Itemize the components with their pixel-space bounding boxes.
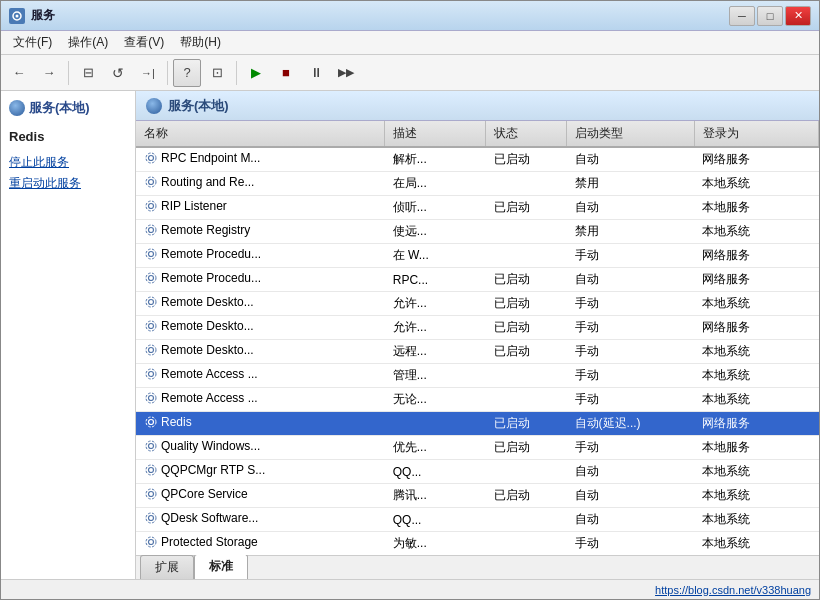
cell-logon: 本地系统 xyxy=(694,388,818,412)
maximize-button[interactable]: □ xyxy=(757,6,783,26)
table-row[interactable]: Remote Access ...无论...手动本地系统 xyxy=(136,388,819,412)
svg-point-31 xyxy=(146,489,156,499)
cell-desc: 允许... xyxy=(385,292,486,316)
tab-expand[interactable]: 扩展 xyxy=(140,555,194,579)
tab-standard[interactable]: 标准 xyxy=(194,554,248,579)
cell-startup: 手动 xyxy=(567,244,694,268)
cell-name: Remote Deskto... xyxy=(136,316,385,340)
col-desc[interactable]: 描述 xyxy=(385,121,486,147)
cell-name: Remote Procedu... xyxy=(136,244,385,268)
menu-view[interactable]: 查看(V) xyxy=(116,32,172,53)
table-row[interactable]: Remote Procedu...RPC...已启动自动网络服务 xyxy=(136,268,819,292)
cell-startup: 自动 xyxy=(567,268,694,292)
status-bar: https://blog.csdn.net/v338huang xyxy=(1,579,819,599)
close-button[interactable]: ✕ xyxy=(785,6,811,26)
cell-status: 已启动 xyxy=(486,340,567,364)
cell-desc: QQ... xyxy=(385,508,486,532)
cell-startup: 手动 xyxy=(567,340,694,364)
cell-startup: 自动(延迟...) xyxy=(567,412,694,436)
toolbar: ← → ⊟ ↺ →| ? ⊡ ▶ ■ ⏸ ▶▶ xyxy=(1,55,819,91)
minimize-button[interactable]: ─ xyxy=(729,6,755,26)
table-row[interactable]: QQPCMgr RTP S...QQ...自动本地系统 xyxy=(136,460,819,484)
cell-name: Remote Access ... xyxy=(136,388,385,412)
table-row[interactable]: Remote Deskto...允许...已启动手动网络服务 xyxy=(136,316,819,340)
table-row[interactable]: Protected Storage为敏...手动本地系统 xyxy=(136,532,819,556)
table-row[interactable]: Remote Procedu...在 W...手动网络服务 xyxy=(136,244,819,268)
sidebar-title: 服务(本地) xyxy=(29,99,90,117)
cell-startup: 手动 xyxy=(567,532,694,556)
cell-logon: 本地系统 xyxy=(694,292,818,316)
stop-button[interactable]: ■ xyxy=(272,59,300,87)
cell-name: QQPCMgr RTP S... xyxy=(136,460,385,484)
cell-startup: 自动 xyxy=(567,484,694,508)
cell-logon: 本地系统 xyxy=(694,220,818,244)
cell-desc: 无论... xyxy=(385,388,486,412)
content-area: 服务(本地) 名称 描述 状态 启动类型 登录为 xyxy=(136,91,819,579)
cell-startup: 自动 xyxy=(567,147,694,172)
svg-point-19 xyxy=(146,345,156,355)
table-row[interactable]: Remote Deskto...远程...已启动手动本地系统 xyxy=(136,340,819,364)
help-button[interactable]: ? xyxy=(173,59,201,87)
export-button[interactable]: →| xyxy=(134,59,162,87)
col-status[interactable]: 状态 xyxy=(486,121,567,147)
pause-button[interactable]: ⏸ xyxy=(302,59,330,87)
cell-status xyxy=(486,388,567,412)
svg-point-6 xyxy=(149,204,154,209)
cell-name: Redis xyxy=(136,412,385,436)
cell-logon: 本地系统 xyxy=(694,508,818,532)
table-row[interactable]: RIP Listener侦听...已启动自动本地服务 xyxy=(136,196,819,220)
table-row[interactable]: QDesk Software...QQ...自动本地系统 xyxy=(136,508,819,532)
table-row[interactable]: RPC Endpoint M...解析...已启动自动网络服务 xyxy=(136,147,819,172)
cell-logon: 网络服务 xyxy=(694,412,818,436)
window-title: 服务 xyxy=(31,7,55,24)
restart-button[interactable]: ▶▶ xyxy=(332,59,360,87)
svg-point-9 xyxy=(146,225,156,235)
cell-logon: 网络服务 xyxy=(694,244,818,268)
toolbar-sep-3 xyxy=(236,61,237,85)
table-row[interactable]: Remote Deskto...允许...已启动手动本地系统 xyxy=(136,292,819,316)
col-name[interactable]: 名称 xyxy=(136,121,385,147)
content-header: 服务(本地) xyxy=(136,91,819,121)
cell-startup: 手动 xyxy=(567,364,694,388)
table-row[interactable]: Redis已启动自动(延迟...)网络服务 xyxy=(136,412,819,436)
svg-point-33 xyxy=(146,513,156,523)
cell-logon: 本地系统 xyxy=(694,172,818,196)
svg-point-11 xyxy=(146,249,156,259)
refresh-button[interactable]: ↺ xyxy=(104,59,132,87)
services-table-container[interactable]: 名称 描述 状态 启动类型 登录为 RPC Endpoint M...解析...… xyxy=(136,121,819,555)
menu-bar: 文件(F) 操作(A) 查看(V) 帮助(H) xyxy=(1,31,819,55)
svg-point-35 xyxy=(146,537,156,547)
cell-name: Remote Access ... xyxy=(136,364,385,388)
services-table: 名称 描述 状态 启动类型 登录为 RPC Endpoint M...解析...… xyxy=(136,121,819,555)
table-row[interactable]: Routing and Re...在局...禁用本地系统 xyxy=(136,172,819,196)
table-row[interactable]: QPCore Service腾讯...已启动自动本地系统 xyxy=(136,484,819,508)
restart-service-link[interactable]: 重启动此服务 xyxy=(9,175,127,192)
cell-status: 已启动 xyxy=(486,412,567,436)
cell-name: Remote Deskto... xyxy=(136,292,385,316)
back-button[interactable]: ← xyxy=(5,59,33,87)
console-button[interactable]: ⊡ xyxy=(203,59,231,87)
menu-action[interactable]: 操作(A) xyxy=(60,32,116,53)
cell-startup: 手动 xyxy=(567,316,694,340)
cell-logon: 本地服务 xyxy=(694,196,818,220)
forward-button[interactable]: → xyxy=(35,59,63,87)
cell-desc xyxy=(385,412,486,436)
stop-service-link[interactable]: 停止此服务 xyxy=(9,154,127,171)
menu-file[interactable]: 文件(F) xyxy=(5,32,60,53)
svg-point-22 xyxy=(149,396,154,401)
col-logon[interactable]: 登录为 xyxy=(694,121,818,147)
svg-point-8 xyxy=(149,228,154,233)
table-row[interactable]: Remote Access ...管理...手动本地系统 xyxy=(136,364,819,388)
table-row[interactable]: Quality Windows...优先...已启动手动本地服务 xyxy=(136,436,819,460)
start-button[interactable]: ▶ xyxy=(242,59,270,87)
cell-desc: RPC... xyxy=(385,268,486,292)
title-controls: ─ □ ✕ xyxy=(729,6,811,26)
svg-point-3 xyxy=(146,153,156,163)
table-row[interactable]: Remote Registry使远...禁用本地系统 xyxy=(136,220,819,244)
up-button[interactable]: ⊟ xyxy=(74,59,102,87)
svg-point-15 xyxy=(146,297,156,307)
menu-help[interactable]: 帮助(H) xyxy=(172,32,229,53)
col-startup[interactable]: 启动类型 xyxy=(567,121,694,147)
cell-status xyxy=(486,508,567,532)
cell-desc: 远程... xyxy=(385,340,486,364)
